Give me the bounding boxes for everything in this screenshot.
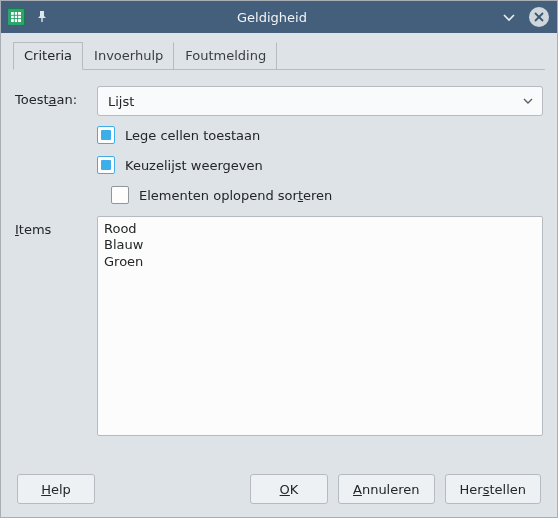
- tab-criteria[interactable]: Criteria: [13, 42, 83, 70]
- titlebar: Geldigheid: [1, 1, 557, 33]
- show-list-checkbox[interactable]: [97, 156, 115, 174]
- reset-button[interactable]: Herstellen: [445, 474, 541, 504]
- minimize-icon[interactable]: [499, 7, 519, 27]
- tabs-bar: Criteria Invoerhulp Foutmelding: [13, 41, 545, 70]
- ok-button[interactable]: OK: [250, 474, 328, 504]
- cancel-button[interactable]: Annuleren: [338, 474, 435, 504]
- sort-asc-checkbox[interactable]: [111, 186, 129, 204]
- allow-label: Toestaan:: [15, 86, 97, 107]
- tab-invoerhulp[interactable]: Invoerhulp: [83, 42, 174, 70]
- allow-empty-label: Lege cellen toestaan: [125, 128, 260, 143]
- close-icon[interactable]: [529, 7, 549, 27]
- allow-empty-checkbox[interactable]: [97, 126, 115, 144]
- pin-icon[interactable]: [35, 10, 49, 24]
- chevron-down-icon: [522, 95, 534, 107]
- sort-asc-label: Elementen oplopend sorteren: [139, 188, 332, 203]
- items-label: Items: [15, 216, 97, 237]
- help-button[interactable]: Help: [17, 474, 95, 504]
- show-list-label: Keuzelijst weergeven: [125, 158, 263, 173]
- tab-foutmelding[interactable]: Foutmelding: [174, 42, 277, 70]
- window-title: Geldigheid: [49, 10, 499, 25]
- svg-rect-5: [41, 18, 42, 22]
- allow-dropdown-value: Lijst: [108, 94, 134, 109]
- svg-rect-0: [11, 12, 21, 22]
- app-icon: [7, 8, 25, 26]
- allow-dropdown[interactable]: Lijst: [97, 86, 543, 116]
- items-textarea[interactable]: Rood Blauw Groen: [97, 216, 543, 436]
